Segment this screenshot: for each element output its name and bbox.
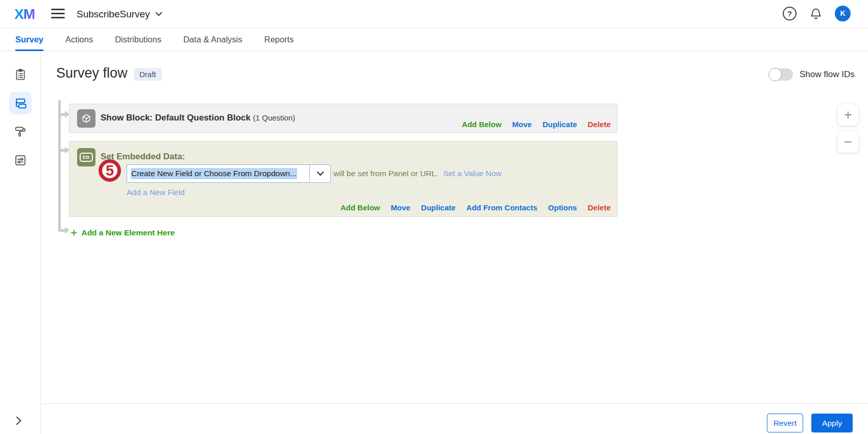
survey-name-menu[interactable]: SubscribeSurvey [77,0,162,28]
hamburger-menu-icon[interactable] [51,9,65,19]
clipboard-icon [14,68,27,81]
flow-connector-arrow-1 [58,113,65,116]
add-new-element-link[interactable]: + Add a New Element Here [70,228,175,238]
tab-survey[interactable]: Survey [15,28,43,51]
apply-button[interactable]: Apply [811,414,853,432]
add-below-link[interactable]: Add Below [341,203,380,212]
add-a-new-field-link[interactable]: Add a New Field [127,188,185,197]
sidebar-item-survey-builder[interactable] [9,63,32,86]
annotation-step-5-circle: 5 [99,159,121,182]
revert-button[interactable]: Revert [767,414,803,432]
selected-field-text: Create New Field or Choose From Dropdown… [131,168,297,179]
survey-name-label: SubscribeSurvey [77,9,150,20]
paint-roller-icon [14,125,27,138]
flow-connector-arrow-2 [58,149,65,152]
survey-flow-icon [14,97,28,110]
block-cube-icon [77,109,95,128]
sidebar-item-survey-options[interactable] [9,149,32,172]
survey-options-icon [14,154,27,167]
delete-link[interactable]: Delete [588,203,611,212]
duplicate-link[interactable]: Duplicate [542,120,577,129]
help-icon[interactable]: ? [783,7,797,20]
add-from-contacts-link[interactable]: Add From Contacts [466,203,537,212]
flow-connector-arrow-3 [58,229,65,232]
show-block-title: Show Block: Default Question Block (1 Qu… [101,113,295,123]
sidebar-expand-chevron[interactable] [15,416,27,428]
main-nav-tabs: Survey Actions Distributions Data & Anal… [0,28,868,51]
field-dropdown-button[interactable] [309,164,331,183]
add-below-link[interactable]: Add Below [462,120,502,129]
embedded-data-field-input[interactable]: Create New Field or Choose From Dropdown… [127,164,310,183]
show-flow-ids-toggle[interactable] [769,68,793,81]
zoom-out-button[interactable]: − [837,131,859,153]
show-block-question-count: (1 Question) [253,113,296,122]
embedded-data-icon: ED [77,148,95,166]
page-title: Survey flow [56,65,128,81]
footer-divider [41,403,868,404]
embedded-data-actions: Add Below Move Duplicate Add From Contac… [341,203,611,212]
notifications-bell-icon[interactable] [809,7,823,21]
zoom-in-button[interactable]: + [837,104,859,126]
move-link[interactable]: Move [391,203,410,212]
user-avatar[interactable]: K [835,6,851,21]
chevron-down-icon [155,12,162,16]
show-block-actions: Add Below Move Duplicate Delete [462,120,611,129]
top-bar: XM SubscribeSurvey ? K [0,0,868,28]
flow-connector-trunk [58,100,61,232]
set-a-value-now-link[interactable]: Set a Value Now [443,169,501,178]
plus-icon: + [70,228,77,238]
status-badge-draft: Draft [134,68,162,81]
xm-logo[interactable]: XM [14,6,35,22]
left-sidebar-rail [0,51,41,434]
tab-distributions[interactable]: Distributions [115,28,161,51]
tab-actions[interactable]: Actions [65,28,93,51]
move-link[interactable]: Move [512,120,532,129]
delete-link[interactable]: Delete [588,120,611,129]
options-link[interactable]: Options [548,203,577,212]
sidebar-item-look-and-feel[interactable] [9,120,32,143]
flow-element-show-block[interactable]: Show Block: Default Question Block (1 Qu… [69,104,617,133]
show-flow-ids-label: Show flow IDs [800,69,855,80]
tab-data-analysis[interactable]: Data & Analysis [183,28,243,51]
tab-reports[interactable]: Reports [264,28,294,51]
sidebar-item-survey-flow[interactable] [9,92,32,114]
add-new-element-label: Add a New Element Here [81,228,175,237]
toggle-knob [768,68,782,81]
value-hint-text: will be set from Panel or URL. [333,169,438,178]
chevron-down-icon [317,171,324,176]
survey-flow-page: XM SubscribeSurvey ? K Survey Actions Di… [0,0,868,434]
duplicate-link[interactable]: Duplicate [421,203,456,212]
